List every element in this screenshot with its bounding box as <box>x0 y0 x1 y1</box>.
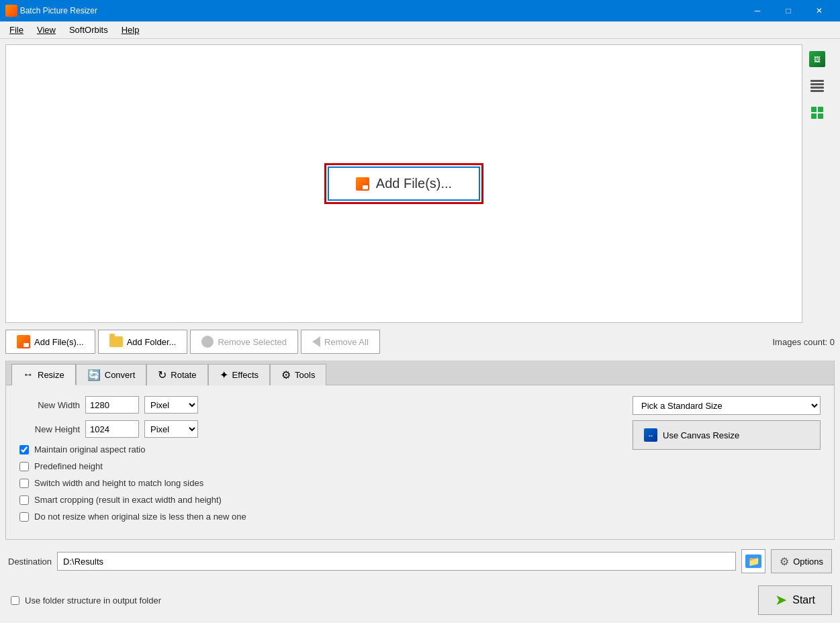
destination-browse-button[interactable]: 📁 <box>741 549 765 573</box>
effects-tab-icon: ✦ <box>220 369 228 381</box>
smart-crop-label: Smart cropping (result in exact width an… <box>34 495 222 505</box>
switch-sides-label: Switch width and height to match long si… <box>34 478 203 488</box>
resize-grid: New Width Pixel Percent cm inch New Heig… <box>19 396 821 528</box>
titlebar-controls: ─ □ ✕ <box>742 0 835 21</box>
resize-tab-label: Resize <box>38 370 64 380</box>
menu-file[interactable]: File <box>3 23 30 37</box>
add-folder-button[interactable]: Add Folder... <box>98 330 188 354</box>
tab-resize[interactable]: ↔ Resize <box>11 364 76 385</box>
tab-tools[interactable]: ⚙ Tools <box>270 364 326 385</box>
new-height-label: New Height <box>19 424 80 434</box>
new-height-row: New Height Pixel Percent cm inch <box>19 420 622 438</box>
destination-label: Destination <box>8 557 52 567</box>
new-width-row: New Width Pixel Percent cm inch <box>19 396 622 414</box>
resize-tab-content: New Width Pixel Percent cm inch New Heig… <box>6 385 834 539</box>
browse-icon: 📁 <box>745 555 761 568</box>
effects-tab-label: Effects <box>232 370 259 380</box>
tools-tab-icon: ⚙ <box>281 369 291 381</box>
new-height-unit-select[interactable]: Pixel Percent cm inch <box>144 420 198 438</box>
new-width-label: New Width <box>19 400 80 410</box>
switch-sides-row: Switch width and height to match long si… <box>19 478 622 488</box>
standard-size-select[interactable]: Pick a Standard Size 800x600 1024x768 12… <box>633 396 821 415</box>
folder-structure-row: Use folder structure in output folder <box>8 593 164 608</box>
add-files-icon <box>17 335 30 348</box>
menu-help[interactable]: Help <box>115 23 146 37</box>
predefined-height-label: Predefined height <box>34 461 103 471</box>
remove-all-button[interactable]: Remove All <box>301 330 380 354</box>
add-files-center-button[interactable]: Add File(s)... <box>328 166 480 201</box>
convert-tab-label: Convert <box>105 370 136 380</box>
bottom-actions: Use folder structure in output folder ➤ … <box>5 583 835 618</box>
tabs-container: ↔ Resize 🔄 Convert ↻ Rotate ✦ Effects ⚙ … <box>5 361 835 540</box>
minimize-button[interactable]: ─ <box>742 0 773 21</box>
predefined-height-row: Predefined height <box>19 461 622 471</box>
gear-icon: ⚙ <box>780 555 789 568</box>
destination-path-input[interactable] <box>57 552 736 571</box>
start-arrow-icon: ➤ <box>775 591 787 609</box>
tools-tab-label: Tools <box>295 370 315 380</box>
titlebar-title: Batch Picture Resizer <box>20 6 742 15</box>
rotate-tab-label: Rotate <box>171 370 196 380</box>
destination-bar: Destination 📁 ⚙ Options <box>5 544 835 579</box>
list-view-button[interactable] <box>805 74 829 98</box>
canvas-resize-label: Use Canvas Resize <box>663 430 739 440</box>
predefined-height-checkbox[interactable] <box>19 462 29 471</box>
app-icon <box>5 5 17 17</box>
view-controls: 🖼 <box>805 44 835 323</box>
filelist: Add File(s)... <box>5 44 802 323</box>
grid-icon <box>811 107 823 119</box>
menu-softorbits[interactable]: SoftOrbits <box>62 23 115 37</box>
no-resize-checkbox[interactable] <box>19 512 29 522</box>
new-width-unit-select[interactable]: Pixel Percent cm inch <box>144 396 198 414</box>
toolbar: Add File(s)... Add Folder... Remove Sele… <box>5 327 835 356</box>
new-height-input[interactable] <box>85 420 139 438</box>
remove-selected-button[interactable]: Remove Selected <box>190 330 298 354</box>
start-label: Start <box>792 594 815 606</box>
add-files-center-icon <box>356 177 369 191</box>
canvas-resize-icon: ↔ <box>644 428 657 442</box>
close-button[interactable]: ✕ <box>804 0 835 21</box>
new-width-input[interactable] <box>85 396 139 414</box>
maintain-aspect-row: Maintain original aspect ratio <box>19 444 622 454</box>
smart-crop-checkbox[interactable] <box>19 495 29 505</box>
rotate-tab-icon: ↻ <box>158 369 167 381</box>
remove-all-icon <box>312 336 320 347</box>
maintain-aspect-checkbox[interactable] <box>19 445 29 454</box>
no-resize-row: Do not resize when original size is less… <box>19 512 622 522</box>
folder-structure-label: Use folder structure in output folder <box>25 595 161 606</box>
grid-view-button[interactable] <box>805 101 829 125</box>
tab-effects[interactable]: ✦ Effects <box>208 364 271 385</box>
filelist-container: Add File(s)... 🖼 <box>5 44 835 323</box>
main: Add File(s)... 🖼 Add File(s)... <box>0 39 840 623</box>
tab-convert[interactable]: 🔄 Convert <box>76 364 147 385</box>
convert-tab-icon: 🔄 <box>87 369 101 381</box>
resize-tab-icon: ↔ <box>23 369 34 381</box>
resize-left-panel: New Width Pixel Percent cm inch New Heig… <box>19 396 622 528</box>
thumbnail-view-button[interactable]: 🖼 <box>805 47 829 71</box>
thumbnail-icon: 🖼 <box>809 51 825 67</box>
maintain-aspect-label: Maintain original aspect ratio <box>34 444 145 454</box>
menubar: File View SoftOrbits Help <box>0 21 840 39</box>
folder-structure-checkbox[interactable] <box>11 596 19 605</box>
add-files-button[interactable]: Add File(s)... <box>5 330 95 354</box>
start-button[interactable]: ➤ Start <box>758 585 832 615</box>
no-resize-label: Do not resize when original size is less… <box>34 512 246 522</box>
list-icon <box>810 80 824 92</box>
tab-rotate[interactable]: ↻ Rotate <box>146 364 207 385</box>
switch-sides-checkbox[interactable] <box>19 479 29 488</box>
menu-view[interactable]: View <box>30 23 62 37</box>
images-count: Images count: 0 <box>773 337 835 347</box>
options-button[interactable]: ⚙ Options <box>771 549 832 573</box>
remove-selected-icon <box>201 336 214 348</box>
options-label: Options <box>793 557 823 567</box>
titlebar: Batch Picture Resizer ─ □ ✕ <box>0 0 840 21</box>
resize-right-panel: Pick a Standard Size 800x600 1024x768 12… <box>633 396 821 528</box>
tabs: ↔ Resize 🔄 Convert ↻ Rotate ✦ Effects ⚙ … <box>6 361 834 385</box>
maximize-button[interactable]: □ <box>773 0 804 21</box>
smart-crop-row: Smart cropping (result in exact width an… <box>19 495 622 505</box>
canvas-resize-button[interactable]: ↔ Use Canvas Resize <box>633 420 821 450</box>
add-folder-icon <box>109 336 123 347</box>
